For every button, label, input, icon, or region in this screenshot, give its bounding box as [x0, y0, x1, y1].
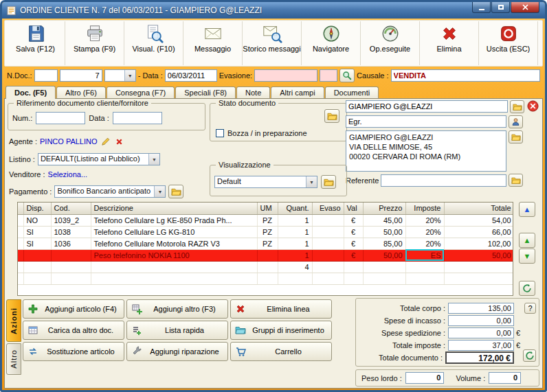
listino-select[interactable]: DEFAULT(Listino al Pubblico)▼ [38, 153, 160, 165]
cell-um[interactable]: PZ [257, 238, 278, 249]
cliente-name-field[interactable] [346, 100, 508, 113]
elimina-button[interactable]: Elimina [420, 21, 479, 65]
row-selector[interactable] [18, 214, 23, 226]
cell-prezzo[interactable]: 85,00 [363, 238, 405, 249]
cell-totale[interactable]: 66,00 [444, 226, 513, 238]
table-row[interactable]: SI 1038 Telefono Cellulare LG KG-810 PZ … [18, 226, 513, 238]
salva-button[interactable]: Salva (F12) [6, 21, 65, 65]
cell-val[interactable]: € [344, 238, 363, 249]
cell-empty[interactable] [312, 273, 344, 284]
cell-disp[interactable]: NO [23, 214, 51, 226]
cell-empty[interactable] [278, 273, 312, 284]
tab-altro[interactable]: Altro (F6) [56, 87, 106, 98]
cell-disp[interactable] [23, 261, 51, 273]
gruppi-di-inserimento-button[interactable]: Gruppi di inserimento [230, 321, 332, 340]
ndoc-prefix-input[interactable] [34, 69, 58, 82]
row-selector[interactable] [18, 249, 23, 261]
cell-totale[interactable]: 54,00 [444, 214, 513, 226]
cell-desc[interactable]: Peso telefonino NOKIA 1100 [91, 249, 257, 261]
refresh-grid-button[interactable] [519, 281, 535, 296]
tab-note[interactable]: Note [236, 87, 270, 98]
evasione-search-button[interactable] [339, 69, 355, 82]
storico-messaggi-button[interactable]: Storico messaggi [243, 21, 302, 65]
bozza-checkbox-row[interactable]: Bozza / in preparazione [216, 129, 307, 137]
cell-prezzo[interactable] [363, 261, 405, 273]
cell-cod[interactable]: 1036 [51, 238, 91, 249]
aggiungi-articolo-button[interactable]: Aggiungi articolo (F4) [23, 299, 124, 319]
cell-val[interactable]: € [344, 249, 363, 261]
carica-da-altro-doc-button[interactable]: Carica da altro doc. [23, 321, 124, 340]
cell-totale[interactable]: 50,00 [444, 249, 513, 261]
cliente-folder-button[interactable] [510, 100, 524, 113]
cell-evaso[interactable] [312, 214, 344, 226]
cliente-remove-button[interactable] [526, 100, 539, 112]
lista-rapida-button[interactable]: Lista rapida [126, 321, 228, 340]
cell-empty[interactable] [257, 273, 278, 284]
pagamento-select[interactable]: Bonifico Bancario anticipato▼ [54, 185, 166, 198]
cell-prezzo[interactable]: 50,00 [363, 226, 405, 238]
elimina-linea-button[interactable]: Elimina linea [230, 299, 332, 319]
referente-input[interactable] [381, 174, 506, 187]
cell-um[interactable] [257, 249, 278, 261]
agente-clear-button[interactable] [114, 137, 124, 146]
cell-cod[interactable]: 1039_2 [51, 214, 91, 226]
cell-disp[interactable] [23, 249, 51, 261]
cell-um[interactable]: PZ [257, 214, 278, 226]
cell-imposte-selected[interactable]: ES [405, 249, 444, 261]
tab-doc[interactable]: Doc. (F5) [5, 86, 56, 99]
cell-empty[interactable] [344, 273, 363, 284]
ndoc-input[interactable] [60, 69, 102, 82]
cell-um[interactable]: PZ [257, 226, 278, 238]
stato-folder-button[interactable] [324, 109, 339, 123]
cell-cod[interactable] [51, 261, 91, 273]
visualizzazione-select[interactable]: Default▼ [214, 176, 317, 188]
agente-edit-button[interactable] [100, 137, 111, 146]
close-button[interactable] [511, 2, 539, 13]
ndoc-select[interactable]: ▼ [104, 69, 136, 82]
cell-prezzo[interactable]: 45,00 [363, 214, 405, 226]
cell-imposte[interactable]: 20% [405, 214, 444, 226]
peso-lordo-input[interactable]: 0 [405, 372, 445, 384]
data-input[interactable] [165, 69, 217, 82]
cell-quant[interactable]: 1 [278, 238, 312, 249]
cell-empty[interactable] [18, 273, 23, 284]
tab-altri-campi[interactable]: Altri campi [271, 87, 324, 98]
cell-totale[interactable]: 102,00 [444, 238, 513, 249]
cell-empty[interactable] [91, 273, 257, 284]
cell-prezzo[interactable]: 50,00 [363, 249, 405, 261]
cell-imposte[interactable] [405, 261, 444, 273]
row-selector[interactable] [18, 226, 23, 238]
row-selector[interactable] [18, 261, 23, 273]
move-top-button[interactable]: ▲ [519, 202, 535, 217]
cell-val[interactable]: € [344, 226, 363, 238]
cell-empty[interactable] [51, 273, 91, 284]
messaggio-button[interactable]: Messaggio [183, 21, 243, 65]
aggiungi-riparazione-button[interactable]: Aggiungi riparazione [126, 342, 228, 361]
cell-val[interactable] [344, 261, 363, 273]
cell-empty[interactable] [23, 273, 51, 284]
cell-desc[interactable] [91, 261, 257, 273]
table-row[interactable]: SI 1036 Telefono Cellulare Motorola RAZR… [18, 238, 513, 249]
cell-cod[interactable]: 1038 [51, 226, 91, 238]
cell-evaso[interactable] [312, 261, 344, 273]
cell-evaso[interactable] [312, 249, 344, 261]
tab-documenti[interactable]: Documenti [325, 87, 379, 98]
cell-evaso[interactable] [312, 226, 344, 238]
cell-val[interactable]: € [344, 214, 363, 226]
pagamento-folder-button[interactable] [168, 185, 183, 198]
cell-empty[interactable] [405, 273, 444, 284]
actions-tab-altro[interactable]: Altro [6, 343, 21, 375]
move-down-button[interactable]: ▼ [519, 249, 535, 264]
move-up-button[interactable]: ▲ [519, 233, 535, 248]
refresh-total-button[interactable] [523, 349, 536, 362]
sostituzione-articolo-button[interactable]: Sostituzione articolo [23, 342, 124, 361]
minimize-button[interactable] [472, 2, 491, 13]
table-row[interactable]: 4 [18, 261, 513, 273]
cell-desc[interactable]: Telefono Cellulare Lg KE-850 Prada Ph... [91, 214, 257, 226]
cell-imposte[interactable]: 20% [405, 238, 444, 249]
tab-speciali[interactable]: Speciali (F8) [175, 87, 236, 98]
evasione-a-input[interactable] [320, 69, 337, 82]
carrello-button[interactable]: Carrello [230, 342, 332, 361]
row-selector[interactable] [18, 238, 23, 249]
cell-quant[interactable]: 4 [278, 261, 312, 273]
